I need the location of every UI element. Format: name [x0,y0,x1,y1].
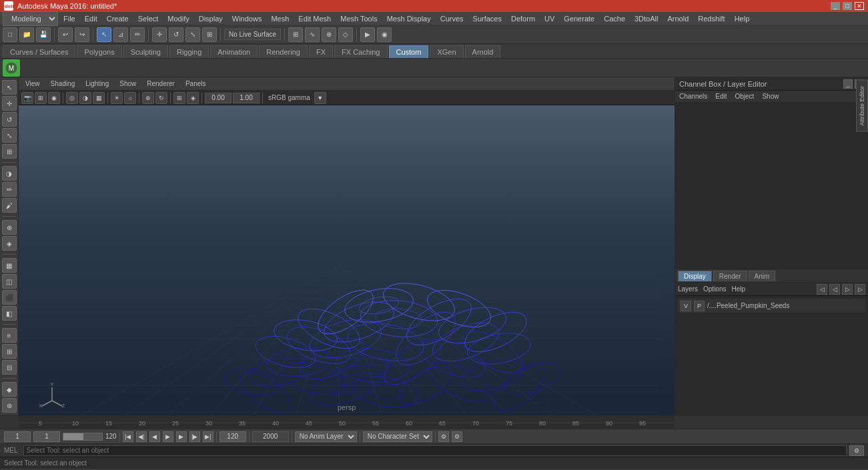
toolbar-move[interactable]: ✛ [152,27,167,42]
rb-menu-help[interactable]: Help [731,285,745,293]
menu-create[interactable]: Create [103,13,133,24]
toolbar-select[interactable]: ↖ [97,27,111,42]
toolbar-undo[interactable]: ↩ [58,27,73,42]
menu-modify[interactable]: Modify [163,13,193,24]
menu-mesh-display[interactable]: Mesh Display [383,13,435,24]
toolbar-scale[interactable]: ⤡ [185,27,200,42]
max-frame-input[interactable] [252,431,289,442]
lt-iso-1[interactable]: ≡ [2,328,17,343]
vp-hud-btn[interactable]: ⊞ [173,92,185,104]
char-set-settings[interactable]: ⚙ [452,431,462,442]
menu-cache[interactable]: Cache [600,13,629,24]
toolbar-redo[interactable]: ↪ [75,27,89,42]
toolbar-save[interactable]: 💾 [36,27,51,42]
menu-curves[interactable]: Curves [436,13,468,24]
toolbar-lasso[interactable]: ⊿ [113,27,128,42]
rb-icon-1[interactable]: ◁ [817,284,827,295]
start-frame-input[interactable] [4,431,31,442]
vp-menu-panels[interactable]: Panels [183,79,209,89]
toolbar-ipr[interactable]: ◉ [377,27,392,42]
lt-soft-mod[interactable]: ◑ [2,166,17,181]
tab-animation[interactable]: Animation [210,45,258,58]
rp-minimize[interactable]: _ [843,79,853,89]
lt-extra-2[interactable]: ⊛ [2,398,17,413]
rb-icon-2[interactable]: ◁ [829,284,840,295]
menu-surfaces[interactable]: Surfaces [469,13,506,24]
anim-layer-settings[interactable]: ⚙ [438,431,449,442]
playback-play[interactable]: ▶ [163,431,173,442]
lt-scale-tool[interactable]: ⤡ [2,128,17,143]
lt-extra-1[interactable]: ◆ [2,382,17,397]
lt-rotate-tool[interactable]: ↺ [2,112,17,127]
rb-menu-layers[interactable]: Layers [678,285,698,293]
toolbar-snap-curve[interactable]: ∿ [305,27,320,42]
viewport-canvas[interactable]: persp Y Z X [19,105,675,415]
vp-isolate-btn[interactable]: ⊕ [142,92,154,104]
rb-menu-options[interactable]: Options [703,285,726,293]
tab-custom[interactable]: Custom [389,45,429,58]
vp-shaded-btn[interactable]: ◉ [48,92,60,104]
playback-step-back[interactable]: ◀ [149,431,160,442]
title-bar-controls[interactable]: _ □ ✕ [831,2,864,10]
rb-tab-render[interactable]: Render [713,271,747,281]
rb-tab-display[interactable]: Display [678,271,712,281]
vp-menu-lighting[interactable]: Lighting [83,79,111,89]
menu-help[interactable]: Help [731,13,754,24]
vp-xray-btn[interactable]: ◑ [79,92,91,104]
mel-settings-btn[interactable]: ⚙ [849,445,864,456]
maximize-button[interactable]: □ [843,2,852,10]
lt-iso-3[interactable]: ⊟ [2,360,17,375]
lt-paint[interactable]: 🖌 [2,198,17,213]
lt-universal-tool[interactable]: ⊞ [2,144,17,159]
lt-display-3[interactable]: ⬛ [2,290,17,305]
toolbar-snap-grid[interactable]: ⊞ [288,27,303,42]
lt-snap[interactable]: ◈ [2,236,17,251]
minimize-button[interactable]: _ [831,2,840,10]
vp-sync-btn[interactable]: ↻ [155,92,167,104]
vp-menu-renderer[interactable]: Renderer [144,79,177,89]
lt-move-tool[interactable]: ✛ [2,96,17,111]
vp-light1-btn[interactable]: ☀ [111,92,123,104]
vp-smooth-btn[interactable]: ◎ [66,92,78,104]
playback-next-key[interactable]: |▶ [189,431,200,442]
menu-file[interactable]: File [59,13,79,24]
workspace-dropdown[interactable]: Modeling [3,11,58,26]
tab-curves-surfaces[interactable]: Curves / Surfaces [3,45,75,58]
lt-show-manip[interactable]: ⊕ [2,220,17,235]
rb-icon-3[interactable]: ▷ [842,284,853,295]
playback-prev-key[interactable]: ◀| [136,431,147,442]
tab-polygons[interactable]: Polygons [77,45,121,58]
rb-icon-4[interactable]: ▷ [855,284,865,295]
vp-gamma-input[interactable] [233,93,260,103]
toolbar-universal[interactable]: ⊞ [202,27,217,42]
lt-display-2[interactable]: ◫ [2,274,17,289]
menu-edit[interactable]: Edit [81,13,101,24]
cb-show[interactable]: Show [762,93,779,100]
menu-uv[interactable]: UV [540,13,558,24]
end-frame-input[interactable] [220,431,246,442]
tab-fx-caching[interactable]: FX Caching [334,45,387,58]
cb-channels[interactable]: Channels [679,93,707,100]
close-button[interactable]: ✕ [855,2,864,10]
lt-select-tool[interactable]: ↖ [2,80,17,95]
toolbar-new[interactable]: □ [3,27,17,42]
frame-range-slider[interactable] [63,433,103,441]
menu-mesh[interactable]: Mesh [267,13,293,24]
playback-rewind[interactable]: |◀ [123,431,133,442]
lt-display-4[interactable]: ◧ [2,306,17,321]
mel-input[interactable] [23,445,847,456]
tab-arnold[interactable]: Arnold [465,45,501,58]
lt-iso-2[interactable]: ⊞ [2,344,17,359]
menu-mesh-tools[interactable]: Mesh Tools [336,13,381,24]
menu-arnold[interactable]: Arnold [663,13,693,24]
menu-generate[interactable]: Generate [560,13,598,24]
cb-object[interactable]: Object [735,93,755,100]
layer-v-btn[interactable]: V [681,301,691,311]
tab-fx[interactable]: FX [309,45,333,58]
menu-display[interactable]: Display [195,13,227,24]
toolbar-render[interactable]: ▶ [360,27,375,42]
playback-step-fwd[interactable]: ▶ [176,431,187,442]
vp-menu-shading[interactable]: Shading [48,79,78,89]
menu-redshift[interactable]: Redshift [694,13,729,24]
menu-deform[interactable]: Deform [507,13,539,24]
